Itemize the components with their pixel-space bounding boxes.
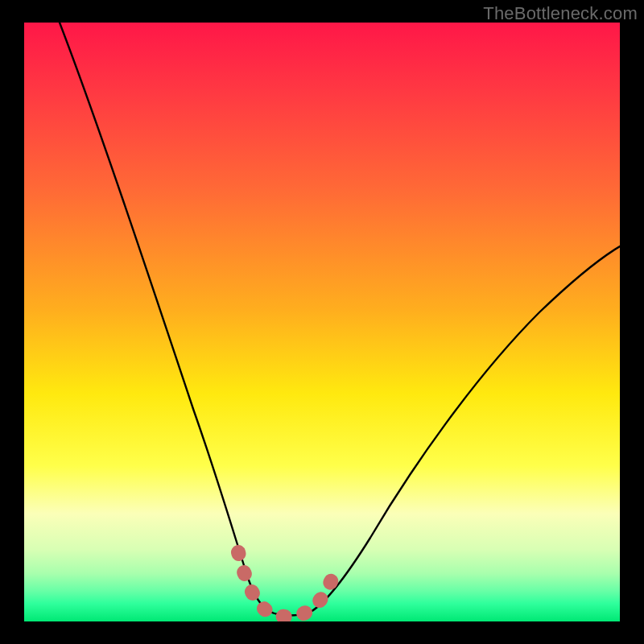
bottleneck-curve [60, 23, 620, 616]
optimal-highlight [238, 552, 336, 617]
curve-layer [24, 23, 620, 621]
plot-area [24, 23, 620, 621]
chart-frame: TheBottleneck.com [0, 0, 644, 644]
watermark-text: TheBottleneck.com [483, 3, 638, 24]
